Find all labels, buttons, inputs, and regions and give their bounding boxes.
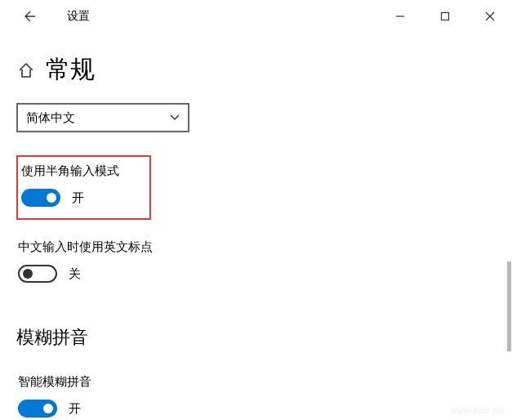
chevron-down-icon [170, 112, 180, 123]
halfwidth-state: 开 [72, 190, 84, 206]
window-title: 设置 [67, 9, 90, 24]
content-area: 常规 简体中文 使用半角输入模式 开 中文输入时使用英文标点 关 模糊拼音 智能… [0, 33, 512, 420]
scrollbar-thumb[interactable] [507, 261, 511, 351]
language-dropdown[interactable]: 简体中文 [16, 103, 189, 132]
english-punctuation-toggle-row: 关 [18, 265, 502, 283]
halfwidth-toggle-row: 开 [21, 189, 143, 207]
window-controls [377, 0, 512, 33]
close-icon [485, 11, 495, 21]
smart-fuzzy-toggle[interactable] [18, 400, 57, 418]
title-bar: 设置 [0, 0, 512, 33]
page-header: 常规 [16, 53, 504, 87]
back-button[interactable] [18, 4, 42, 29]
minimize-icon [395, 11, 405, 21]
fuzzy-pinyin-heading: 模糊拼音 [16, 325, 504, 350]
toggle-knob [23, 269, 33, 279]
smart-fuzzy-setting: 智能模糊拼音 开 [16, 369, 504, 420]
dropdown-selected-value: 简体中文 [26, 110, 75, 126]
english-punctuation-label: 中文输入时使用英文标点 [18, 239, 502, 255]
minimize-button[interactable] [377, 0, 422, 33]
english-punctuation-state: 关 [69, 266, 81, 282]
highlighted-setting: 使用半角输入模式 开 [16, 155, 151, 220]
close-button[interactable] [467, 0, 512, 33]
english-punctuation-toggle[interactable] [18, 265, 57, 283]
back-arrow-icon [24, 10, 37, 23]
english-punctuation-setting: 中文输入时使用英文标点 关 [16, 235, 504, 291]
toggle-knob [47, 193, 56, 203]
smart-fuzzy-toggle-row: 开 [18, 400, 502, 418]
page-title: 常规 [46, 53, 95, 87]
watermark: www.dnxtc.net [452, 406, 504, 415]
smart-fuzzy-state: 开 [69, 401, 81, 417]
maximize-icon [440, 11, 450, 21]
home-icon[interactable] [16, 60, 36, 80]
smart-fuzzy-label: 智能模糊拼音 [18, 374, 502, 390]
svg-rect-1 [441, 13, 448, 20]
halfwidth-label: 使用半角输入模式 [21, 163, 143, 179]
maximize-button[interactable] [422, 0, 467, 33]
toggle-knob [43, 404, 53, 413]
halfwidth-toggle[interactable] [21, 189, 60, 207]
